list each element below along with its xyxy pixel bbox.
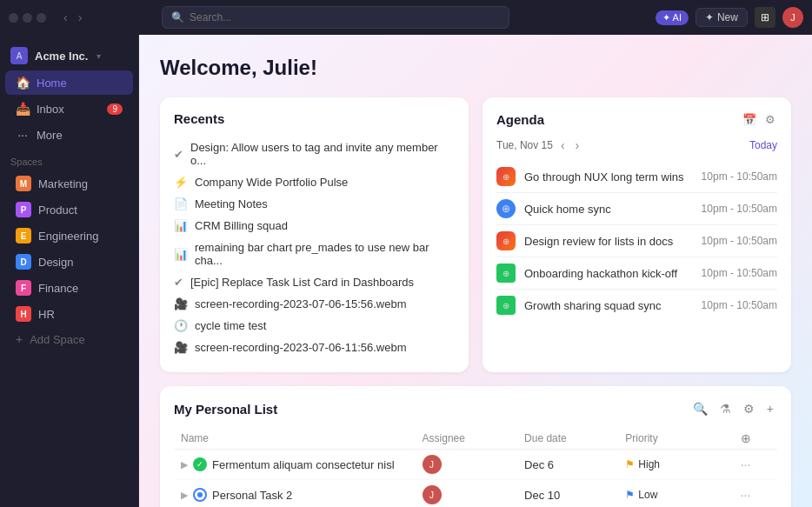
workspace-logo: A <box>10 47 28 64</box>
recent-item-text: [Epic] Replace Task List Card in Dashboa… <box>190 276 414 289</box>
expand-icon[interactable]: ▶ <box>181 490 188 501</box>
welcome-title: Welcome, Julie! <box>160 56 791 80</box>
workspace-header[interactable]: A Acme Inc. ▾ <box>0 42 138 70</box>
ai-label: AI <box>673 12 682 23</box>
spaces-section-label: Spaces <box>0 148 138 170</box>
recent-item[interactable]: ⚡ Company Wide Portfolio Pulse <box>174 171 455 193</box>
recent-item[interactable]: 📄 Meeting Notes <box>174 193 455 215</box>
add-column-button[interactable]: ⊕ <box>741 431 751 445</box>
search-list-button[interactable]: 🔍 <box>689 400 711 417</box>
task-name-cell: ▶ ✓ Fermentum aliquam consectetur nisl <box>181 457 409 471</box>
recent-item-text: cycle time test <box>195 319 266 332</box>
sidebar-item-home[interactable]: 🏠 Home <box>5 70 133 95</box>
col-header-name: Name <box>174 428 416 450</box>
add-space-button[interactable]: + Add Space <box>5 328 133 350</box>
sidebar-item-label: Home <box>37 77 67 90</box>
settings-icon-btn[interactable]: ⚙ <box>763 111 777 128</box>
add-list-button[interactable]: + <box>763 400 777 417</box>
agenda-card: Agenda 📅 ⚙ Tue, Nov 15 ‹ › Today ⊕ Go th… <box>483 97 791 372</box>
settings-list-button[interactable]: ⚙ <box>740 400 758 417</box>
filter-list-button[interactable]: ⚗ <box>716 400 735 417</box>
recent-item[interactable]: 🎥 screen-recording-2023-07-06-11:56.webm <box>174 337 455 358</box>
flag-icon: ⚑ <box>625 458 635 470</box>
agenda-controls: 📅 ⚙ <box>741 111 777 128</box>
sidebar-item-engineering[interactable]: E Engineering <box>5 223 133 248</box>
task-status-done[interactable]: ✓ <box>193 457 207 471</box>
search-input[interactable] <box>190 11 500 23</box>
ai-badge[interactable]: ✦ AI <box>656 10 689 25</box>
personal-list-title: My Personal List <box>174 402 277 417</box>
flag-icon: ⚑ <box>625 489 635 501</box>
lightning-icon: ⚡ <box>174 176 188 189</box>
recent-item[interactable]: 📊 CRM Billing squad <box>174 215 455 237</box>
recent-item[interactable]: 🕐 cycle time test <box>174 315 455 337</box>
sidebar-item-hr[interactable]: H HR <box>5 302 133 326</box>
recent-item-text: Meeting Notes <box>195 197 268 210</box>
personal-list-card: My Personal List 🔍 ⚗ ⚙ + Name Assignee <box>160 386 791 507</box>
event-name: Go through NUX long term wins <box>524 170 693 183</box>
list-actions: 🔍 ⚗ ⚙ + <box>689 400 777 417</box>
personal-list-table: Name Assignee Due date Priority ⊕ <box>174 428 777 507</box>
agenda-next-button[interactable]: › <box>573 138 582 152</box>
recent-item-text: remaining bar chart pre_mades to use new… <box>195 241 455 267</box>
event-icon: ⊕ <box>496 231 516 250</box>
new-button[interactable]: ✦ New <box>696 8 748 27</box>
sidebar-item-marketing[interactable]: M Marketing <box>5 171 133 196</box>
inbox-icon: 📥 <box>16 102 30 116</box>
apps-icon[interactable]: ⊞ <box>755 7 775 28</box>
recent-item-text: CRM Billing squad <box>195 219 288 232</box>
task-more-button[interactable]: ··· <box>741 457 751 471</box>
task-priority: ⚑ High <box>625 458 726 470</box>
video-icon: 🎥 <box>174 341 188 354</box>
col-header-priority: Priority <box>618 428 733 450</box>
agenda-event[interactable]: ⊕ Design review for lists in docs 10pm -… <box>496 225 777 257</box>
top-section: Recents ✔ Design: Allow users to tag and… <box>160 97 791 372</box>
agenda-event[interactable]: ⊕ Quick home sync 10pm - 10:50am <box>496 193 777 225</box>
sidebar-item-design[interactable]: D Design <box>5 250 133 274</box>
home-icon: 🏠 <box>16 76 30 90</box>
recent-item-text: Company Wide Portfolio Pulse <box>195 176 348 189</box>
expand-icon[interactable]: ▶ <box>181 459 188 470</box>
check-icon: ✔ <box>174 148 183 161</box>
traffic-light-minimize[interactable] <box>23 13 32 23</box>
task-name-cell: ▶ Personal Task 2 <box>181 488 409 502</box>
agenda-event[interactable]: ⊕ Go through NUX long term wins 10pm - 1… <box>496 161 777 193</box>
event-name: Quick home sync <box>524 203 693 216</box>
star-icon: ✦ <box>705 11 714 23</box>
event-time: 10pm - 10:50am <box>702 267 777 279</box>
recent-item[interactable]: ✔ [Epic] Replace Task List Card in Dashb… <box>174 271 455 293</box>
task-more-button[interactable]: ··· <box>741 488 751 502</box>
task-status-in-progress[interactable] <box>193 488 207 502</box>
sidebar-item-product[interactable]: P Product <box>5 197 133 222</box>
recents-card: Recents ✔ Design: Allow users to tag and… <box>160 97 469 372</box>
today-button[interactable]: Today <box>749 139 777 151</box>
back-button[interactable]: ‹ <box>60 9 71 26</box>
space-label: Finance <box>38 282 78 295</box>
table-row: ▶ ✓ Fermentum aliquam consectetur nisl J… <box>174 450 777 480</box>
title-bar: ‹ › 🔍 ✦ AI ✦ New ⊞ J <box>0 0 812 35</box>
agenda-prev-button[interactable]: ‹ <box>558 138 568 152</box>
forward-button[interactable]: › <box>75 9 86 26</box>
sidebar-item-finance[interactable]: F Finance <box>5 276 133 300</box>
traffic-light-maximize[interactable] <box>37 13 46 23</box>
doc-icon: 📄 <box>174 197 188 210</box>
content-area: Welcome, Julie! Recents ✔ Design: Allow … <box>139 35 812 507</box>
sidebar: A Acme Inc. ▾ 🏠 Home 📥 Inbox 9 ··· More … <box>0 35 139 507</box>
search-bar[interactable]: 🔍 <box>162 6 509 29</box>
col-header-assignee: Assignee <box>416 428 517 450</box>
chart-icon: 📊 <box>174 248 188 261</box>
recent-item[interactable]: 🎥 screen-recording-2023-07-06-15:56.webm <box>174 293 455 315</box>
recent-item[interactable]: ✔ Design: Allow users to tag and invite … <box>174 137 455 171</box>
agenda-event[interactable]: ⊕ Growth sharing squad sync 10pm - 10:50… <box>496 290 777 321</box>
traffic-light-close[interactable] <box>9 13 18 23</box>
table-row: ▶ Personal Task 2 J Dec 10 ⚑ <box>174 480 777 508</box>
sidebar-item-more[interactable]: ··· More <box>5 123 133 147</box>
sidebar-item-inbox[interactable]: 📥 Inbox 9 <box>5 97 133 121</box>
task-due-date: Dec 6 <box>517 450 618 480</box>
event-icon: ⊕ <box>496 199 516 218</box>
recent-item[interactable]: 📊 remaining bar chart pre_mades to use n… <box>174 237 455 271</box>
user-avatar[interactable]: J <box>782 7 803 28</box>
agenda-date: Tue, Nov 15 <box>496 139 553 151</box>
agenda-event[interactable]: ⊕ Onboarding hackathon kick-off 10pm - 1… <box>496 257 777 290</box>
calendar-icon-btn[interactable]: 📅 <box>741 111 758 128</box>
